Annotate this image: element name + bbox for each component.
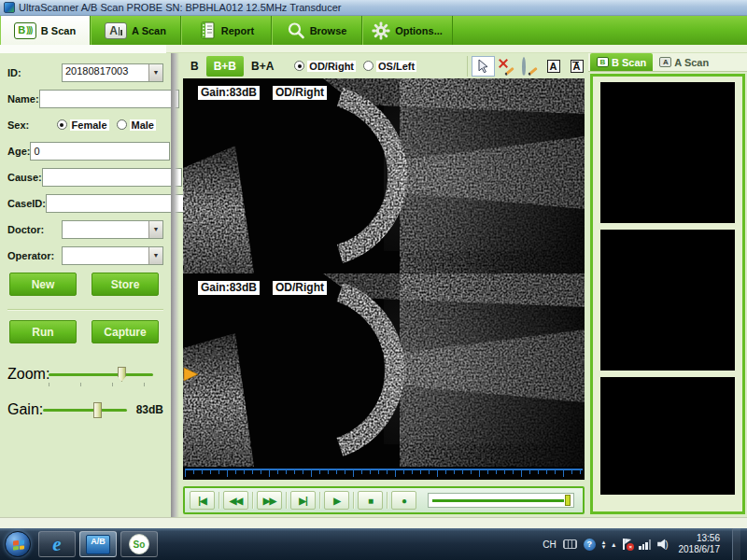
toolbar-a-scan-button[interactable]: A A Scan (91, 16, 181, 45)
x-pencil-icon (499, 59, 515, 74)
age-label: Age: (7, 146, 30, 157)
toolbar-b-scan-button[interactable]: B))) B Scan (0, 16, 91, 45)
gain-value: 83dB (136, 403, 163, 416)
capture-thumbnail-2[interactable] (600, 230, 735, 371)
capture-thumbnail-1[interactable] (600, 82, 735, 223)
a-scan-icon: A (105, 22, 127, 39)
playback-rewind-button[interactable]: ◀◀ (223, 491, 248, 510)
operator-value (63, 247, 148, 264)
b-scan-icon: B))) (14, 22, 36, 39)
store-button[interactable]: Store (92, 273, 159, 296)
app-icon (4, 2, 15, 13)
start-button[interactable] (5, 531, 31, 557)
playback-stop-button[interactable]: ■ (358, 491, 383, 510)
zoom-slider[interactable] (49, 367, 153, 382)
gallery-tab-a-scan[interactable]: A A Scan (653, 53, 715, 71)
id-combo[interactable]: 20180817003 ▼ (62, 63, 163, 82)
gain-label: Gain: (7, 401, 43, 418)
toolbar-report-button[interactable]: Report (181, 16, 272, 45)
playback-record-button[interactable]: ● (391, 491, 416, 510)
toolbar-options-button[interactable]: Options... (362, 16, 453, 45)
taskbar-ab-scan-app-button[interactable]: A/B (79, 531, 117, 557)
playback-last-frame-button[interactable]: ▶| (290, 491, 316, 510)
gain-slider-thumb[interactable] (93, 402, 102, 418)
toolbar-browse-button[interactable]: Browse (272, 16, 362, 45)
capture-button[interactable]: Capture (92, 320, 159, 343)
patient-sidebar: ID: 20180817003 ▼ Name: Sex: Female Male… (0, 53, 171, 517)
taskbar-clock[interactable]: 13:56 2018/6/17 (675, 533, 725, 555)
text-annotation-tool-button[interactable]: A (542, 56, 565, 77)
clock-date: 2018/6/17 (679, 544, 721, 555)
sex-label: Sex: (7, 119, 57, 131)
id-dropdown-button[interactable]: ▼ (148, 64, 162, 81)
capture-thumbnail-3[interactable] (600, 377, 735, 495)
pointer-tool-button[interactable] (472, 56, 495, 77)
volume-icon[interactable]: ) (657, 539, 668, 550)
bscan-image-bottom[interactable]: Gain:83dB OD/Right (183, 273, 585, 467)
mode-tab-b-plus-b[interactable]: B+B (206, 56, 244, 77)
bscan-image-top[interactable]: Gain:83dB OD/Right (183, 78, 585, 273)
operator-dropdown-button[interactable]: ▼ (148, 247, 162, 264)
operator-label: Operator: (7, 250, 62, 261)
doctor-combo[interactable]: ▼ (62, 220, 163, 239)
taskbar-internet-explorer-button[interactable]: e (38, 531, 76, 557)
language-indicator[interactable]: CH (543, 539, 556, 550)
age-input[interactable] (30, 142, 170, 161)
status-strip (0, 517, 747, 528)
keyboard-icon[interactable] (563, 539, 577, 549)
gain-overlay-label: Gain:83dB (198, 86, 260, 100)
cause-input[interactable] (42, 168, 182, 187)
scan-mode-bar: B B+B B+A OD/Right OS/Left (178, 53, 588, 78)
ab-scan-app-icon: A/B (86, 535, 110, 554)
options-gear-icon (372, 21, 390, 40)
sex-female-radio[interactable] (57, 119, 67, 130)
mode-tab-b[interactable]: B (183, 56, 206, 77)
playback-fast-forward-button[interactable]: ▶▶ (257, 491, 282, 510)
doctor-dropdown-button[interactable]: ▼ (148, 221, 162, 238)
gallery-body (590, 74, 745, 514)
mode-tab-b-plus-a[interactable]: B+A (244, 56, 281, 77)
zoom-slider-thumb[interactable] (118, 367, 126, 382)
od-right-radio[interactable] (294, 61, 304, 71)
sex-female-label[interactable]: Female (70, 119, 109, 131)
caseid-input[interactable] (46, 194, 186, 213)
os-left-radio[interactable] (363, 61, 374, 71)
text-annotation-line-tool-button[interactable]: A (565, 56, 588, 77)
help-tray-icon[interactable]: ? (584, 539, 596, 551)
operator-combo[interactable]: ▼ (62, 246, 163, 265)
windows-taskbar: e A/B So CH ? ▴▾ ▴ × ) 13:56 2018/6/1 (0, 528, 747, 560)
bscan-ultrasound-top (183, 78, 585, 273)
os-left-label[interactable]: OS/Left (376, 61, 416, 72)
id-label: ID: (7, 67, 62, 78)
show-hidden-icons-arrow[interactable]: ▴ (612, 540, 615, 549)
eye-overlay-label: OD/Right (273, 86, 327, 100)
gain-slider[interactable] (43, 402, 126, 417)
scan-main-area: B B+B B+A OD/Right OS/Left (178, 53, 588, 517)
playback-play-button[interactable]: ▶ (324, 491, 349, 510)
taskbar-sogou-button[interactable]: So (120, 531, 158, 557)
toolbar-substrip (0, 45, 747, 53)
annotation-toolbar: A A (467, 56, 588, 77)
name-input[interactable] (39, 90, 179, 108)
sex-male-radio[interactable] (117, 119, 127, 130)
run-button[interactable]: Run (9, 320, 77, 343)
od-right-label[interactable]: OD/Right (307, 61, 356, 72)
frame-position-slider[interactable] (428, 493, 574, 508)
sex-male-label[interactable]: Male (130, 119, 156, 131)
sync-arrows-icon[interactable]: ▴▾ (602, 539, 606, 549)
sidebar-divider (7, 309, 163, 311)
text-a-icon: A (547, 60, 560, 73)
new-button[interactable]: New (9, 273, 77, 296)
doctor-label: Doctor: (7, 224, 62, 235)
show-desktop-button[interactable] (732, 528, 740, 560)
active-tab-strip (0, 45, 166, 53)
frame-position-thumb[interactable] (565, 495, 571, 506)
gallery-tab-b-scan[interactable]: B B Scan (590, 53, 653, 71)
playback-first-frame-button[interactable]: |◀ (190, 491, 215, 510)
scan-scale-ruler (185, 469, 583, 477)
network-signal-icon[interactable] (639, 539, 651, 550)
action-center-flag-icon[interactable]: × (622, 539, 632, 550)
erase-annotation-tool-button[interactable] (518, 56, 542, 77)
swirl-pencil-icon (522, 59, 539, 74)
delete-measure-tool-button[interactable] (495, 56, 518, 77)
